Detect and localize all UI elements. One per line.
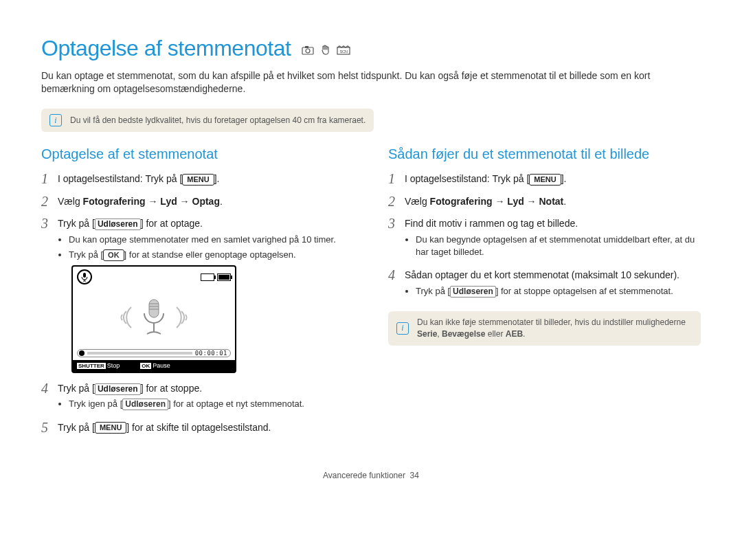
step-number: 3 (41, 215, 58, 376)
sound-wave-right-icon (173, 300, 194, 335)
left-heading: Optagelse af et stemmenotat (41, 144, 354, 164)
mic-recording-icon (77, 269, 92, 284)
mode-icons: SCN (301, 45, 350, 56)
step-text: I optagelsestilstand: Tryk på [MENU]. (405, 172, 701, 186)
svg-point-1 (306, 49, 310, 53)
right-step-3: 3 Find dit motiv i rammen og tag et bill… (388, 215, 701, 262)
hand-mode-icon (319, 45, 333, 56)
right-step-4: 4 Sådan optager du et kort stemmenotat (… (388, 267, 701, 302)
step-text: Vælg Fotografering → Lyd → Notat. (405, 195, 701, 209)
battery-icon (217, 273, 231, 281)
footer-section: Avancerede funktioner (323, 471, 405, 480)
step-text: Find dit motiv i rammen og tag et billed… (405, 217, 701, 231)
bullet: Tryk igen på [Udløseren] for at optage e… (69, 398, 354, 410)
step-number: 5 (41, 419, 58, 438)
sound-wave-left-icon (114, 300, 135, 335)
shutter-key: Udløseren (122, 399, 168, 410)
bullet: Tryk på [Udløseren] for at stoppe optage… (416, 285, 701, 298)
step-number: 2 (388, 193, 405, 212)
microphone-large-icon (139, 297, 169, 338)
recording-progress-bar: 00:00:01 (77, 349, 231, 357)
right-heading: Sådan føjer du et stemmenotat til et bil… (388, 144, 701, 164)
ok-key: OK (103, 249, 124, 261)
step-text: Tryk på [Udløseren] for at optage. (58, 217, 354, 231)
right-column: Sådan føjer du et stemmenotat til et bil… (388, 144, 701, 441)
svg-rect-6 (149, 300, 159, 317)
right-step-2: 2 Vælg Fotografering → Lyd → Notat. (388, 193, 701, 212)
bullet: Tryk på [OK] for at standse eller genopt… (69, 249, 354, 261)
bullet: Du kan optage stemmenotater med en samle… (69, 234, 354, 246)
step-number: 3 (388, 215, 405, 262)
left-column: Optagelse af et stemmenotat 1 I optagels… (41, 144, 354, 441)
timecode: 00:00:01 (195, 349, 227, 358)
ok-pause-label: OKPause (140, 361, 170, 370)
page-intro: Du kan optage et stemmenotat, som du kan… (41, 69, 701, 96)
camera-screen-illustration: 00:00:01 SHUTTERStop OKPause (71, 265, 236, 373)
step-number: 4 (41, 380, 58, 415)
step-text: I optagelsestilstand: Tryk på [MENU]. (58, 172, 354, 186)
svg-text:SCN: SCN (339, 49, 347, 54)
left-step-3: 3 Tryk på [Udløseren] for at optage. Du … (41, 215, 354, 376)
right-note-text: Du kan ikke føje stemmenotater til bille… (417, 317, 693, 340)
menu-key: MENU (529, 174, 561, 186)
screen-footer-bar: SHUTTERStop OKPause (73, 360, 235, 372)
left-step-4: 4 Tryk på [Udløseren] for at stoppe. Try… (41, 380, 354, 415)
step-bullets: Du kan begynde optagelsen af et stemmeno… (405, 234, 701, 258)
top-note-text: Du vil få den bedste lydkvalitet, hvis d… (70, 115, 366, 126)
step-text: Tryk på [MENU] for at skifte til optagel… (58, 421, 354, 435)
note-icon: i (396, 322, 409, 335)
svg-rect-5 (83, 273, 86, 278)
left-step-5: 5 Tryk på [MENU] for at skifte til optag… (41, 419, 354, 438)
step-number: 1 (388, 170, 405, 189)
shutter-key: Udløseren (95, 383, 141, 395)
left-step-1: 1 I optagelsestilstand: Tryk på [MENU]. (41, 170, 354, 189)
shutter-stop-label: SHUTTERStop (77, 361, 120, 370)
top-note-box: i Du vil få den bedste lydkvalitet, hvis… (41, 109, 374, 132)
page-footer: Avancerede funktioner 34 (41, 470, 701, 482)
page-title: Optagelse af stemmenotat SCN (41, 33, 701, 64)
step-number: 4 (388, 267, 405, 302)
menu-key: MENU (95, 422, 126, 434)
step-bullets: Du kan optage stemmenotater med en samle… (58, 234, 354, 261)
step-text: Tryk på [Udløseren] for at stoppe. (58, 382, 354, 396)
title-text: Optagelse af stemmenotat (41, 36, 291, 60)
memory-icon (201, 273, 214, 281)
right-note-box: i Du kan ikke føje stemmenotater til bil… (388, 311, 701, 346)
menu-key: MENU (182, 174, 214, 186)
footer-page-number: 34 (410, 471, 419, 480)
note-icon: i (49, 114, 62, 126)
right-step-1: 1 I optagelsestilstand: Tryk på [MENU]. (388, 170, 701, 189)
left-step-2: 2 Vælg Fotografering → Lyd → Optag. (41, 193, 354, 212)
shutter-key: Udløseren (450, 286, 496, 298)
shutter-key: Udløseren (95, 219, 141, 230)
step-bullets: Tryk på [Udløseren] for at stoppe optage… (405, 285, 701, 298)
step-number: 2 (41, 193, 58, 212)
step-number: 1 (41, 170, 58, 189)
battery-indicators (201, 273, 231, 281)
svg-rect-2 (305, 46, 308, 48)
step-text: Vælg Fotografering → Lyd → Optag. (58, 195, 354, 209)
step-bullets: Tryk igen på [Udløseren] for at optage e… (58, 398, 354, 410)
bullet: Du kan begynde optagelsen af et stemmeno… (416, 234, 701, 258)
content-columns: Optagelse af et stemmenotat 1 I optagels… (41, 144, 701, 441)
camera-mode-icon (301, 45, 315, 56)
step-text: Sådan optager du et kort stemmenotat (ma… (405, 269, 701, 282)
scene-mode-icon: SCN (337, 45, 350, 56)
